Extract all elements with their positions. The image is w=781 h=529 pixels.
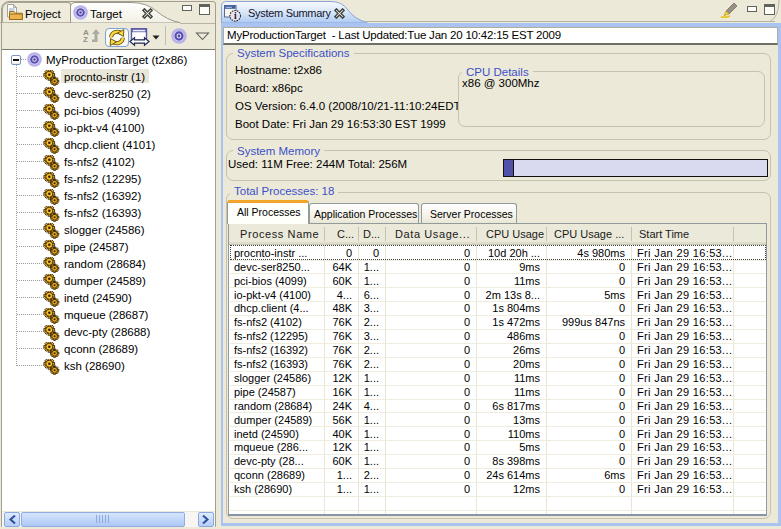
svg-text:i: i [234, 11, 237, 21]
